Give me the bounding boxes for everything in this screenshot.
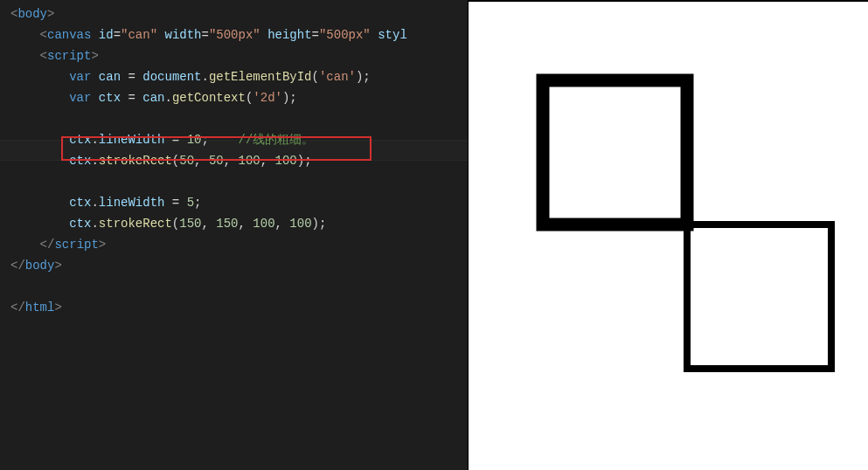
- code-line: var can = document.getElementById('can')…: [10, 66, 468, 87]
- code-line: ctx.lineWidth = 5;: [10, 192, 468, 213]
- code-line: ctx.strokeRect(150, 150, 100, 100);: [10, 213, 468, 234]
- code-line: </html>: [10, 297, 468, 318]
- code-line: [10, 276, 468, 297]
- code-line: var ctx = can.getContext('2d');: [10, 87, 468, 108]
- code-line: </script>: [10, 234, 468, 255]
- code-line: </body>: [10, 255, 468, 276]
- code-line: <canvas id="can" width="500px" height="5…: [10, 24, 468, 45]
- code-line: <script>: [10, 45, 468, 66]
- code-editor[interactable]: <body> <canvas id="can" width="500px" he…: [0, 0, 468, 470]
- canvas-output: [469, 2, 867, 470]
- code-line: ctx.strokeRect(50, 50, 100, 100);: [10, 150, 468, 171]
- browser-preview: [468, 0, 868, 470]
- code-line: [10, 171, 468, 192]
- code-line: [10, 108, 468, 129]
- code-line-highlighted: ctx.lineWidth = 10; //线的粗细。: [10, 129, 468, 150]
- code-line: <body>: [10, 3, 468, 24]
